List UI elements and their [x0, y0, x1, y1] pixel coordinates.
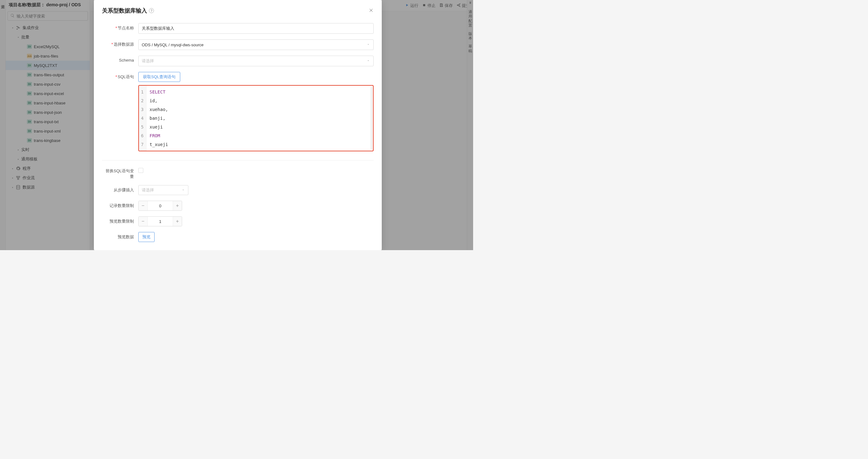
insert-step-select[interactable]: 请选择 [138, 185, 188, 195]
decrement-button[interactable]: − [138, 217, 147, 226]
preview-data-label: 预览数据 [102, 232, 138, 240]
preview-button[interactable]: 预览 [138, 232, 155, 242]
preview-limit-label: 预览数量限制 [102, 217, 138, 224]
replace-vars-checkbox[interactable] [138, 168, 143, 173]
node-name-label: *节点名称 [102, 23, 138, 31]
chevron-down-icon [182, 188, 185, 193]
chevron-down-icon [366, 59, 370, 63]
sql-label: *SQL语句 [102, 72, 138, 80]
code-line: banji, [150, 114, 370, 123]
insert-step-label: 从步骤插入 [102, 185, 138, 193]
schema-label: Schema [102, 56, 138, 63]
increment-button[interactable]: + [173, 217, 182, 226]
replace-vars-label: 替换SQL语句变量 [102, 166, 138, 179]
code-line: xuehao, [150, 105, 370, 114]
increment-button[interactable]: + [173, 201, 182, 210]
sql-editor[interactable]: 1234567 SELECT id, xuehao, banji, xuejiF… [138, 85, 374, 151]
code-content[interactable]: SELECT id, xuehao, banji, xuejiFROM t_xu… [147, 86, 373, 151]
divider [102, 160, 374, 160]
preview-limit-stepper[interactable]: − 1 + [138, 217, 182, 226]
scrollbar[interactable] [370, 87, 372, 150]
modal-title: 关系型数据库输入 ? [102, 7, 154, 14]
help-icon[interactable]: ? [149, 8, 154, 13]
schema-select[interactable]: 请选择 [138, 56, 374, 66]
code-line: id, [150, 96, 370, 105]
code-line: SELECT [150, 88, 370, 96]
decrement-button[interactable]: − [138, 201, 147, 210]
record-limit-value[interactable]: 0 [147, 201, 173, 210]
code-line: xueji [150, 123, 370, 131]
record-limit-label: 记录数量限制 [102, 201, 138, 208]
modal-relational-db-input: 关系型数据库输入 ? *节点名称 关系型数据库输入 *选择数据源 ODS / M… [94, 0, 382, 250]
record-limit-stepper[interactable]: − 0 + [138, 201, 182, 211]
preview-limit-value[interactable]: 1 [147, 217, 173, 226]
code-gutter: 1234567 [139, 86, 147, 151]
chevron-down-icon [366, 42, 370, 47]
node-name-input[interactable]: 关系型数据库输入 [138, 23, 374, 34]
datasource-label: *选择数据源 [102, 39, 138, 47]
datasource-select[interactable]: ODS / MySQL / mysql-dws-source [138, 39, 374, 50]
code-line: FROM [150, 131, 370, 140]
code-line: t_xueji [150, 140, 370, 149]
close-icon[interactable] [369, 8, 374, 14]
get-sql-button[interactable]: 获取SQL查询语句 [138, 72, 180, 82]
